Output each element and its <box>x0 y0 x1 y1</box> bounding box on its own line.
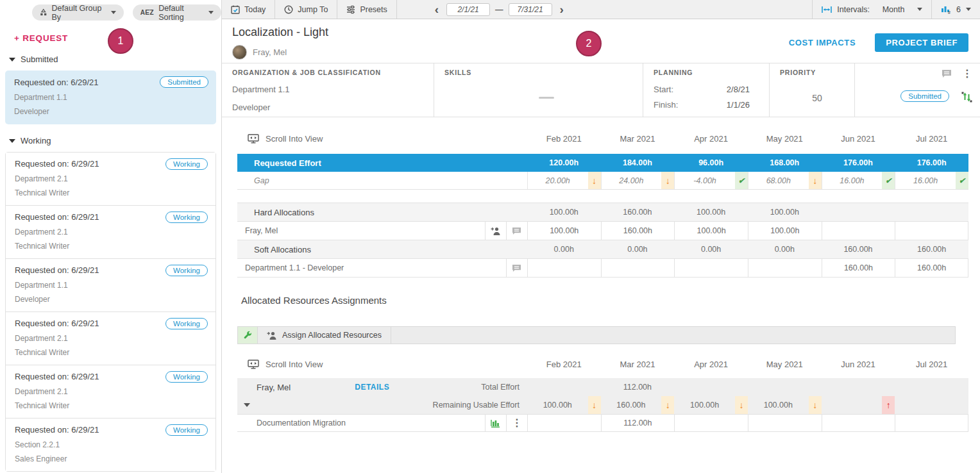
start-value: 2/8/21 <box>727 85 750 94</box>
request-card[interactable]: Requested on: 6/29/21 Working Section 2.… <box>6 419 215 471</box>
tools-button[interactable] <box>238 327 258 344</box>
request-card[interactable]: Requested on: 6/29/21 Working Department… <box>6 259 215 312</box>
hard-alloc-cell <box>895 203 968 221</box>
status-badge: Working <box>165 212 208 223</box>
org-value: Department 1.1 <box>232 85 434 94</box>
bar-chart-icon <box>491 419 500 427</box>
month-header: Mar 2021 <box>601 128 675 149</box>
column-count-value: 6 <box>956 5 961 14</box>
assign-allocated-resources-button[interactable]: Assign Allocated Resources <box>258 327 391 344</box>
request-card[interactable]: Requested on: 6/29/21 Working Department… <box>6 153 215 206</box>
next-period-button[interactable]: › <box>557 3 566 15</box>
timeline-toolbar: Today Jump To Presets ‹ — › Intervals: <box>222 0 980 19</box>
working-section-header[interactable]: Working <box>9 136 221 145</box>
jump-to-button[interactable]: Jump To <box>275 0 337 19</box>
card-role: Sales Engineer <box>15 454 207 463</box>
requested-effort-label: Requested Effort <box>237 154 485 172</box>
more-menu-icon[interactable]: ⋮ <box>962 69 972 79</box>
card-role: Developer <box>14 107 207 116</box>
request-card[interactable]: Requested on: 6/29/21 Working Department… <box>6 206 215 259</box>
decrease-icon: ↓ <box>592 400 596 410</box>
chart-button[interactable] <box>485 415 506 431</box>
card-role: Technical Writer <box>15 242 207 251</box>
toolbar-right-group: Intervals: Month # 6 <box>812 0 980 19</box>
gap-decrease-icon: ↓ <box>592 176 596 186</box>
allocations-block: Hard Allocations 100.00h 160.00h 100.00h… <box>237 203 968 278</box>
start-label: Start: <box>654 85 673 94</box>
priority-header: PRIORITY <box>780 69 854 76</box>
total-effort-cell <box>527 378 601 396</box>
comment-icon <box>512 264 521 272</box>
status-column: ⋮ Submitted <box>855 63 980 117</box>
group-by-dropdown[interactable]: Default Group By <box>32 4 124 21</box>
assignments-section-title: Allocated Resources Assignments <box>241 295 387 306</box>
gap-cell: -4.00h✔ <box>674 172 748 189</box>
request-card[interactable]: Requested on: 6/29/21 Working Department… <box>6 365 215 419</box>
annotation-step-1: 1 <box>108 28 133 54</box>
presets-label: Presets <box>360 5 387 14</box>
hard-allocations-row: Hard Allocations 100.00h 160.00h 100.00h… <box>237 203 968 222</box>
today-button[interactable]: Today <box>222 0 275 19</box>
main-panel: Today Jump To Presets ‹ — › Intervals: <box>222 0 980 473</box>
month-header: Mar 2021 <box>601 354 675 374</box>
date-from-input[interactable] <box>446 3 490 16</box>
project-brief-button[interactable]: PROJECT BRIEF <box>875 33 968 52</box>
status-change-icon[interactable] <box>961 92 972 103</box>
intervals-dropdown[interactable]: Intervals: Month <box>812 0 931 19</box>
hard-resource-cell: 100.00h <box>527 222 601 240</box>
skills-header: SKILLS <box>444 69 643 76</box>
sorting-dropdown[interactable]: AΕ̇Z Default Sorting <box>133 4 221 21</box>
request-card[interactable]: Requested on: 6/29/21 Working Department… <box>6 312 215 365</box>
month-header: Apr 2021 <box>674 128 748 149</box>
add-person-button[interactable] <box>485 222 506 240</box>
requested-effort-cell: 96.00h <box>674 154 748 172</box>
wrench-icon <box>243 331 252 340</box>
submitted-section-header[interactable]: Submitted <box>9 54 221 64</box>
resource-name: Fray, Mel <box>237 222 485 240</box>
comment-button[interactable] <box>506 222 527 240</box>
task-name: Documentation Migration <box>237 415 485 431</box>
scroll-into-view-button[interactable]: Scroll Into View <box>237 360 323 369</box>
collapse-group-button[interactable] <box>244 403 250 407</box>
avatar[interactable] <box>232 45 247 60</box>
task-cell <box>527 415 601 431</box>
header-actions: COST IMPACTS PROJECT BRIEF <box>789 33 968 52</box>
gap-ok-icon: ✔ <box>885 176 891 185</box>
date-to-input[interactable] <box>509 3 552 16</box>
sorting-label: Default Sorting <box>158 4 204 22</box>
assignments-toolbar: Assign Allocated Resources <box>237 326 956 344</box>
planning-column: PLANNING Start: 2/8/21 Finish: 1/1/26 <box>643 63 770 117</box>
request-card-submitted[interactable]: Requested on: 6/29/21 Submitted Departme… <box>5 71 216 124</box>
comment-button[interactable] <box>506 259 527 277</box>
prev-period-button[interactable]: ‹ <box>432 3 441 15</box>
resource-planner-page: Default Group By AΕ̇Z Default Sorting + … <box>0 0 980 473</box>
request-sidebar: Default Group By AΕ̇Z Default Sorting + … <box>0 0 222 473</box>
task-cell: 112.00h <box>601 415 675 431</box>
status-badge: Working <box>165 318 208 329</box>
comment-icon[interactable] <box>942 69 952 78</box>
hard-resource-cell: 100.00h <box>674 222 748 240</box>
hard-alloc-cell: 160.00h <box>601 203 675 221</box>
intervals-label: Intervals: <box>837 5 870 14</box>
collapse-triangle-icon <box>9 139 15 143</box>
column-count-dropdown[interactable]: # 6 <box>931 0 980 19</box>
cost-impacts-button[interactable]: COST IMPACTS <box>789 38 856 47</box>
card-role: Technical Writer <box>15 188 207 197</box>
svg-text:#: # <box>948 10 950 14</box>
task-cell <box>895 415 968 431</box>
row-menu-button[interactable]: ⋮ <box>506 415 527 431</box>
presets-button[interactable]: Presets <box>337 0 396 19</box>
details-link[interactable]: DETAILS <box>355 383 389 392</box>
month-header: May 2021 <box>748 128 822 149</box>
start-row: Start: 2/8/21 <box>654 85 750 94</box>
soft-alloc-cell: 0.00h <box>527 240 601 258</box>
gap-cell: 68.00h↓ <box>748 172 822 189</box>
planning-header: PLANNING <box>654 69 769 76</box>
requested-effort-cell: 120.00h <box>527 154 601 172</box>
total-effort-row: Fray, Mel DETAILS Total Effort 112.00h <box>237 378 968 396</box>
decrease-icon: ↓ <box>739 400 743 410</box>
assign-button-label: Assign Allocated Resources <box>282 331 382 340</box>
scroll-into-view-button[interactable]: Scroll Into View <box>237 134 323 144</box>
soft-alloc-cell: 0.00h <box>748 240 822 258</box>
chevron-down-icon <box>111 11 116 14</box>
